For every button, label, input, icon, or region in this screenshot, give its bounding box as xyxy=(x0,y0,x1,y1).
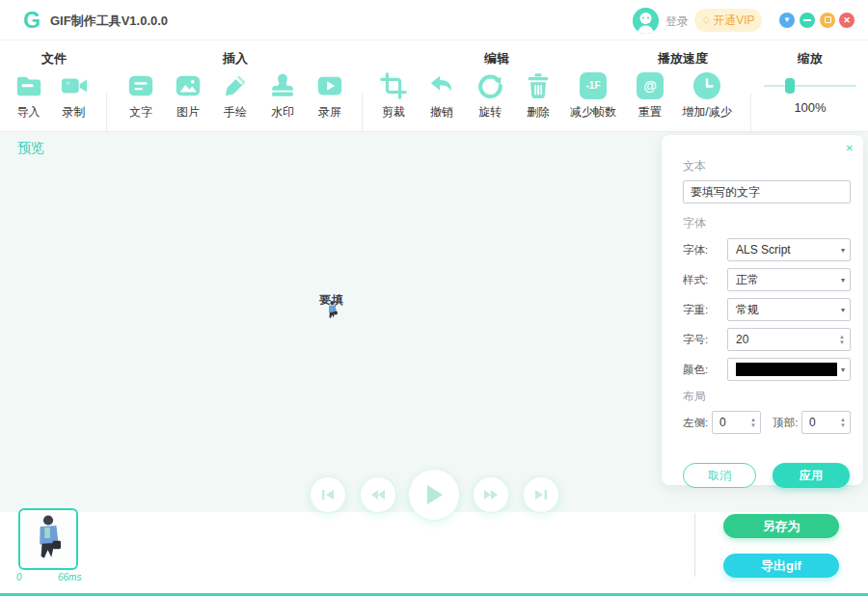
color-picker[interactable]: ▾ xyxy=(727,358,851,381)
frame-thumbnail[interactable] xyxy=(18,508,78,570)
vip-diamond-icon: ♢ xyxy=(701,14,711,26)
toolbar-group-insert: 插入 文字 图片 xyxy=(120,50,351,121)
skip-start-icon xyxy=(321,488,335,501)
toolbar-item-screen-record[interactable]: 录屏 xyxy=(309,71,351,121)
toolbar-item-text[interactable]: 文字 xyxy=(120,71,162,121)
zoom-slider-handle[interactable] xyxy=(785,78,795,94)
record-camera-icon xyxy=(60,71,89,100)
toolbar-item-label: 旋转 xyxy=(478,104,502,121)
clock-icon xyxy=(693,72,720,99)
toolbar-item-adjust-speed[interactable]: 增加/减少 xyxy=(677,71,737,121)
spin-down-icon[interactable]: ▼ xyxy=(839,339,845,345)
app-logo-icon: G xyxy=(19,8,44,33)
font-select[interactable]: ALS Script ▾ xyxy=(727,238,851,261)
size-input[interactable] xyxy=(736,333,839,346)
toolbar-item-record[interactable]: 录制 xyxy=(51,71,96,121)
toolbar-group-edit: 编辑 剪裁 撤销 xyxy=(372,50,621,121)
skip-end-icon xyxy=(534,488,548,501)
size-row: 字号: ▲ ▼ xyxy=(683,328,851,351)
toolbar-item-label: 导入 xyxy=(17,104,41,121)
crop-icon xyxy=(379,71,408,100)
toolbar-item-import[interactable]: 导入 xyxy=(6,71,51,121)
stamp-icon xyxy=(268,71,297,100)
toolbar-item-crop[interactable]: 剪裁 xyxy=(372,71,415,121)
panel-close-icon[interactable]: ✕ xyxy=(846,143,854,153)
folder-import-icon xyxy=(14,71,43,100)
toolbar-item-rotate[interactable]: 旋转 xyxy=(469,71,511,121)
minimize-button[interactable] xyxy=(800,13,815,28)
skip-start-button[interactable] xyxy=(310,476,346,513)
toolbar-item-image[interactable]: 图片 xyxy=(167,71,209,121)
vip-button[interactable]: ♢开通VIP xyxy=(694,9,762,32)
apply-button[interactable]: 应用 xyxy=(773,463,850,488)
weight-select[interactable]: 常规 ▾ xyxy=(727,298,851,321)
font-section-label: 字体 xyxy=(683,215,851,231)
style-row: 样式: 正常 ▾ xyxy=(683,268,851,291)
vip-label: 开通VIP xyxy=(713,14,754,27)
size-label: 字号: xyxy=(683,333,712,347)
caret-down-icon: ▾ xyxy=(841,246,845,255)
toolbar-item-reduce-frames[interactable]: -1F 减少帧数 xyxy=(565,71,621,121)
toolbar-item-label: 录屏 xyxy=(318,104,341,121)
caret-down-icon: ▾ xyxy=(841,276,845,284)
cancel-button[interactable]: 取消 xyxy=(683,463,756,488)
position-row: 左侧: ▲ ▼ 顶部: ▲ ▼ xyxy=(683,411,851,434)
toolbar-item-label: 减少帧数 xyxy=(570,104,616,121)
size-stepper[interactable]: ▲ ▼ xyxy=(727,328,851,351)
top-label: 顶部: xyxy=(773,416,801,430)
top-spinner: ▲ ▼ xyxy=(840,417,846,428)
toolbar-item-label: 剪裁 xyxy=(382,104,405,121)
font-label: 字体: xyxy=(683,243,712,257)
close-button[interactable]: ✕ xyxy=(839,13,854,28)
play-button[interactable] xyxy=(408,469,460,521)
style-select[interactable]: 正常 ▾ xyxy=(727,268,851,291)
toolbar-item-delete[interactable]: 删除 xyxy=(517,71,559,121)
font-value: ALS Script xyxy=(736,243,841,257)
toolbar-item-label: 手绘 xyxy=(224,104,247,121)
update-button[interactable]: ▼ xyxy=(779,13,795,28)
play-icon xyxy=(424,484,444,505)
canvas-frame-image[interactable] xyxy=(325,300,339,321)
trash-icon xyxy=(524,71,553,100)
login-link[interactable]: 登录 xyxy=(665,14,689,30)
save-as-button[interactable]: 另存为 xyxy=(723,514,839,538)
toolbar-item-watermark[interactable]: 水印 xyxy=(261,71,304,121)
zoom-slider-track[interactable] xyxy=(764,85,856,87)
toolbar-group-file: 文件 导入 录制 xyxy=(6,50,102,121)
toolbar-item-undo[interactable]: 撤销 xyxy=(420,71,463,121)
undo-icon xyxy=(427,71,456,100)
toolbar-item-reset-speed[interactable]: @ 重置 xyxy=(629,71,671,121)
group-items: @ 重置 增加/减少 xyxy=(629,71,737,121)
export-gif-button[interactable]: 导出gif xyxy=(723,554,839,578)
toolbar-item-label: 重置 xyxy=(638,104,662,121)
toolbar: 文件 导入 录制 xyxy=(0,41,868,132)
update-arrow-icon: ▼ xyxy=(783,15,791,24)
toolbar-item-draw[interactable]: 手绘 xyxy=(214,71,257,121)
left-stepper[interactable]: ▲ ▼ xyxy=(712,411,761,434)
text-content-input[interactable] xyxy=(683,180,851,203)
group-items: 导入 录制 xyxy=(6,71,102,121)
frame-strip: 0 66ms 另存为 导出gif xyxy=(0,512,868,593)
group-items: 剪裁 撤销 旋转 xyxy=(372,71,621,121)
spin-down-icon[interactable]: ▼ xyxy=(750,422,756,428)
top-input[interactable] xyxy=(809,416,840,429)
text-icon xyxy=(126,71,155,100)
fast-forward-button[interactable] xyxy=(473,476,509,513)
group-title-file: 文件 xyxy=(6,50,102,68)
frame-thumbnail-image xyxy=(29,514,68,564)
user-avatar[interactable] xyxy=(633,8,659,34)
color-swatch xyxy=(736,363,837,376)
spin-down-icon[interactable]: ▼ xyxy=(840,422,846,428)
toolbar-group-zoom: 缩放 100% xyxy=(764,50,856,115)
skip-end-button[interactable] xyxy=(523,476,559,513)
zoom-value: 100% xyxy=(764,100,856,115)
weight-row: 字重: 常规 ▾ xyxy=(683,298,851,321)
app-title: GIF制作工具V1.0.0.0 xyxy=(50,13,168,30)
toolbar-item-label: 图片 xyxy=(176,104,200,121)
left-input[interactable] xyxy=(719,416,750,429)
clock-hands-icon xyxy=(693,72,720,99)
maximize-button[interactable] xyxy=(820,13,835,28)
caret-down-icon: ▾ xyxy=(841,306,845,314)
top-stepper[interactable]: ▲ ▼ xyxy=(801,411,851,434)
rewind-button[interactable] xyxy=(360,476,396,513)
